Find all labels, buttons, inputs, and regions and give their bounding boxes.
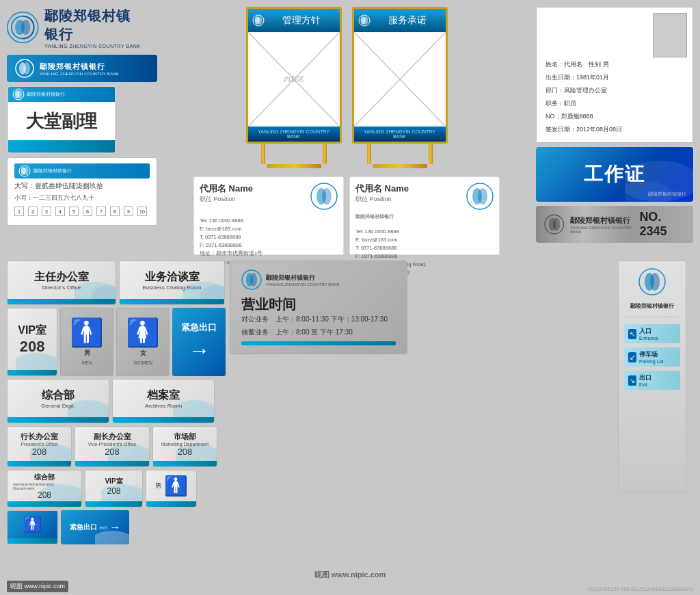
desk-sign-logo xyxy=(12,88,25,101)
general-admin-sign: 综合部 General Administration Department 20… xyxy=(7,470,82,507)
general-admin-zh: 综合部 xyxy=(34,473,55,482)
biz-room-footer xyxy=(120,299,224,304)
president-zh: 行长办公室 xyxy=(21,432,58,442)
digit-1: 1 xyxy=(14,207,24,216)
dir-item-exit: ↘ 出口 Exit xyxy=(624,371,680,390)
restroom-tiny-footer xyxy=(8,538,57,544)
dir-exit-sub: Exit xyxy=(639,382,651,387)
biz-card-1: 代用名 Name 职位 Position Tel: 136.0000.8888 … xyxy=(193,176,344,255)
women-restroom-sign: 🚺 女 WOMEN xyxy=(116,308,170,376)
desk-sign-footer xyxy=(8,140,115,153)
vp-num: 208 xyxy=(105,447,120,457)
dir-parking-sub: Parking Lot xyxy=(639,359,663,364)
room-signs-area: 主任办公室 Director's Office 业务洽谈室 Business C… xyxy=(7,261,226,544)
general-admin-en: General Administration Department xyxy=(13,482,76,490)
biz-hours-title: 营业时间 xyxy=(241,295,396,314)
emergency-tiny-en: exit xyxy=(100,525,107,530)
number-card-brand: 鄢陵郑银村镇银行 xyxy=(33,168,72,174)
lower-center: 鄢陵郑银村镇银行 YANLING ZHENGYIN COUNTRY BANK 营… xyxy=(230,261,614,544)
notice-board-1-title: 管理方针 xyxy=(267,14,336,27)
digit-3: 3 xyxy=(42,207,51,216)
id-card-brand: 鄢陵郑银村镇银行 xyxy=(648,191,686,198)
digit-10: 10 xyxy=(137,207,147,216)
banner-logo-icon xyxy=(15,59,34,78)
women-figure-icon: 🚺 xyxy=(126,319,160,346)
desk-sign-brand: 鄢陵郑银村镇银行 xyxy=(27,91,65,98)
room-signs-row-4: 行长办公室 President's Office 208 副长办公室 Vice-… xyxy=(7,426,226,467)
dir-tower-area: 鄢陵郑银村镇银行 ↖ 入口 Entrance ↙ 停车场 Parking Lot xyxy=(618,261,693,544)
id-card-form: 姓名：代用名 性别 男 出生日期：1981年01月 部门：风险管理办公室 职务：… xyxy=(536,7,693,143)
id-fields-table: 姓名：代用名 性别 男 出生日期：1981年01月 部门：风险管理办公室 职务：… xyxy=(542,57,687,137)
restroom-tiny-icon: 🚹 xyxy=(23,516,42,533)
directors-office-zh: 主任办公室 xyxy=(34,270,89,285)
lower-section: 主任办公室 Director's Office 业务洽谈室 Business C… xyxy=(7,261,693,544)
number-big: 大写：壹贰叁肆伍陆柒捌玖拾 xyxy=(14,181,150,191)
svg-point-26 xyxy=(322,188,332,204)
svg-point-29 xyxy=(478,188,487,204)
biz-card-1-info: Tel: 136.0000.8888 E: bozz@163.com T: 03… xyxy=(200,217,338,258)
id-number: ID:20795137 NO:2015120918321688300 0 xyxy=(589,586,693,592)
metal-plate: 鄢陵郑银村镇银行 YANLING ZHENGYIN COUNTRY BANK N… xyxy=(536,206,693,243)
dir-item-parking: ↙ 停车场 Parking Lot xyxy=(624,347,680,367)
digit-5: 5 xyxy=(69,207,79,216)
men-small-figure: 🚹 xyxy=(164,475,188,497)
digit-7: 7 xyxy=(96,207,106,216)
site-watermark: 昵图 www.nipic.com xyxy=(314,570,386,580)
vip2-footer xyxy=(85,501,142,507)
digit-6: 6 xyxy=(83,207,92,216)
notice-board-2-body xyxy=(354,32,446,127)
general-dept-sign: 综合部 General Dept. xyxy=(7,379,109,423)
brand-name-en: YANLING ZHENGYIN COUNTRY BANK xyxy=(44,44,144,49)
biz-card-2-brand: 鄢陵郑银村镇银行 xyxy=(355,213,494,220)
exit-icon: ↘ xyxy=(628,375,636,386)
emergency-zh: 紧急出口 xyxy=(181,321,217,334)
number-card: 鄢陵郑银村镇银行 大写：壹贰叁肆伍陆柒捌玖拾 小写：一二三四五六七八九十 1 2… xyxy=(7,157,157,226)
stand-base-2 xyxy=(373,164,427,168)
number-small: 小写：一二三四五六七八九十 xyxy=(14,194,150,202)
notice-boards-container: 管理方针 内容区 YANLING ZHENGYIN COUNTRY BANK xyxy=(246,7,448,168)
desk-sign-header: 鄢陵郑银村镇银行 xyxy=(8,87,115,102)
svg-point-11 xyxy=(24,167,29,175)
archives-sign: 档案室 Archives Room xyxy=(112,379,215,423)
vip2-sign: VIP室 208 xyxy=(85,470,143,507)
room-signs-row-5: 综合部 General Administration Department 20… xyxy=(7,470,226,507)
svg-point-8 xyxy=(18,90,23,98)
id-field-name: 姓名：代用名 性别 男 xyxy=(543,59,686,70)
digit-2: 2 xyxy=(28,207,38,216)
svg-point-50 xyxy=(250,273,257,287)
metal-plate-name-zh: 鄢陵郑银村镇银行 xyxy=(570,215,634,226)
biz-card-1-title: 职位 Position xyxy=(200,195,253,204)
men-figure-icon: 🚹 xyxy=(70,319,104,346)
president-num: 208 xyxy=(32,447,47,457)
id-field-date: 签发日期：2012年08月08日 xyxy=(543,124,686,135)
svg-point-39 xyxy=(16,353,57,370)
digit-8: 8 xyxy=(110,207,120,216)
biz-cards-row: 代用名 Name 职位 Position Tel: 136.0000.8888 … xyxy=(193,176,500,255)
general-admin-footer xyxy=(8,501,81,507)
notice-logo-1 xyxy=(252,14,265,27)
vip-num: 208 xyxy=(20,338,45,356)
svg-point-20 xyxy=(363,16,368,25)
vip-zh: VIP室 xyxy=(18,323,46,338)
president-en: President's Office xyxy=(21,442,58,447)
men-sub: MEN xyxy=(81,360,92,365)
vip2-zh: VIP室 xyxy=(105,477,122,486)
desk-sign-title: 大堂副理 xyxy=(8,102,115,140)
biz-room-zh: 业务洽谈室 xyxy=(145,270,200,285)
notice-1-placeholder: 内容区 xyxy=(284,75,304,84)
blue-banner: 鄢陵郑银村镇银行 YANLING ZHENGYIN COUNTRY BANK xyxy=(7,55,157,82)
stand-pole-1b xyxy=(323,144,327,164)
archives-zh: 档案室 xyxy=(147,388,180,403)
id-card-front: 工作证 鄢陵郑银村镇银行 xyxy=(536,147,693,202)
page: 鄢陵郑银村镇银行 YANLING ZHENGYIN COUNTRY BANK 鄢… xyxy=(0,0,700,595)
notice-board-1-header: 管理方针 xyxy=(248,9,340,32)
notice-board-2: 服务承诺 YANLING ZHENGYIN COUNTRY BANK xyxy=(352,7,448,168)
biz-card-1-name: 代用名 Name xyxy=(200,183,253,195)
emergency-arrow-icon: → xyxy=(188,338,210,363)
marketing-sign: 市场部 Marketing Department 208 xyxy=(152,426,217,467)
nipic-bottom-mark: 昵图 www.nipic.com xyxy=(7,581,68,592)
id-photo xyxy=(653,13,687,57)
marketing-footer xyxy=(153,461,217,466)
vip-footer xyxy=(8,370,57,375)
directors-office-en: Director's Office xyxy=(42,285,81,291)
